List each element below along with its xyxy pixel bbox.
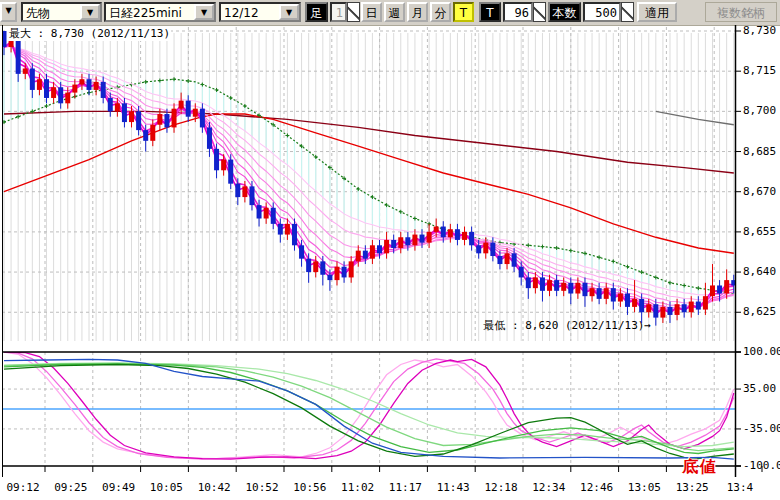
- time-axis-label: 12:46: [577, 481, 617, 494]
- time-axis-label: 09:49: [99, 481, 139, 494]
- edge-dropdown-button[interactable]: ▼: [0, 2, 17, 22]
- chart-canvas[interactable]: [0, 25, 780, 500]
- time-axis-label: 10:52: [242, 481, 282, 494]
- category-combo-value: 先物: [23, 4, 80, 20]
- chevron-down-icon[interactable]: ▼: [279, 4, 299, 20]
- interval-field[interactable]: 1: [330, 2, 347, 22]
- price-axis-label: 8,655: [743, 225, 776, 238]
- date-combo-value: 12/12: [221, 4, 279, 20]
- count-spinner-icon[interactable]: [621, 2, 634, 22]
- interval-spinner-icon[interactable]: [347, 2, 360, 22]
- price-axis-label: 8,730: [743, 24, 776, 37]
- bars-spinner-icon[interactable]: [533, 2, 546, 22]
- oscillator-axis-label: -35.00: [743, 422, 780, 435]
- chart-application-window: ▼ 先物 ▼ 日経225mini ▼ 12/12 ▼ 足 1 日 週 月 分 T…: [0, 0, 780, 500]
- price-axis-label: 8,685: [743, 145, 776, 158]
- honsu-button[interactable]: 本数: [548, 2, 581, 22]
- time-axis-label: 11:02: [338, 481, 378, 494]
- time-axis-label: 10:05: [146, 481, 186, 494]
- time-axis-label: 09:12: [3, 481, 43, 494]
- time-axis-label: 09:25: [51, 481, 91, 494]
- time-axis-label: 11:43: [433, 481, 473, 494]
- date-combo[interactable]: 12/12 ▼: [219, 2, 301, 22]
- oscillator-axis-label: 35.00: [743, 382, 776, 395]
- price-axis-label: 8,670: [743, 185, 776, 198]
- chevron-down-icon[interactable]: ▼: [80, 4, 100, 20]
- bottom-value-annotation: 底値: [682, 457, 718, 478]
- price-axis-label: 8,640: [743, 265, 776, 278]
- ashi-button[interactable]: 足: [305, 2, 328, 22]
- price-axis-label: 8,715: [743, 64, 776, 77]
- month-button[interactable]: 月: [407, 2, 428, 22]
- week-button[interactable]: 週: [384, 2, 405, 22]
- apply-button[interactable]: 適用: [637, 2, 677, 22]
- category-combo[interactable]: 先物 ▼: [21, 2, 102, 22]
- time-axis-label: 13:25: [672, 481, 712, 494]
- bars-field[interactable]: 96: [503, 2, 533, 22]
- instrument-combo[interactable]: 日経225mini ▼: [104, 2, 216, 22]
- toolbar: ▼ 先物 ▼ 日経225mini ▼ 12/12 ▼ 足 1 日 週 月 分 T…: [0, 0, 780, 26]
- price-axis-label: 8,700: [743, 104, 776, 117]
- time-axis-label: 10:56: [290, 481, 330, 494]
- oscillator-panel[interactable]: [2, 352, 736, 466]
- oscillator-axis-label: 100.00: [743, 345, 780, 358]
- time-axis-label: 12:18: [481, 481, 521, 494]
- day-button[interactable]: 日: [361, 2, 382, 22]
- oscillator-axis-label: -100.00: [743, 459, 780, 472]
- instrument-combo-value: 日経225mini: [106, 4, 194, 20]
- time-axis-label: 12:34: [529, 481, 569, 494]
- time-axis-label: 11:17: [385, 481, 425, 494]
- min-price-annotation: 最低 : 8,620 (2012/11/13)→: [482, 318, 652, 333]
- main-price-panel[interactable]: [2, 27, 737, 341]
- tick-mode-button[interactable]: T: [479, 2, 501, 22]
- time-axis-label: 13:4: [720, 481, 760, 494]
- time-axis-label: 13:05: [624, 481, 664, 494]
- max-price-annotation: 最大 : 8,730 (2012/11/13): [8, 26, 171, 41]
- time-axis-label: 10:42: [194, 481, 234, 494]
- minute-button[interactable]: 分: [430, 2, 451, 22]
- price-axis-label: 8,625: [743, 305, 776, 318]
- tick-toggle-button[interactable]: T: [453, 2, 474, 22]
- multi-symbol-button[interactable]: 複数銘柄: [705, 2, 777, 22]
- chevron-down-icon[interactable]: ▼: [194, 4, 214, 20]
- count-field[interactable]: 500: [583, 2, 621, 22]
